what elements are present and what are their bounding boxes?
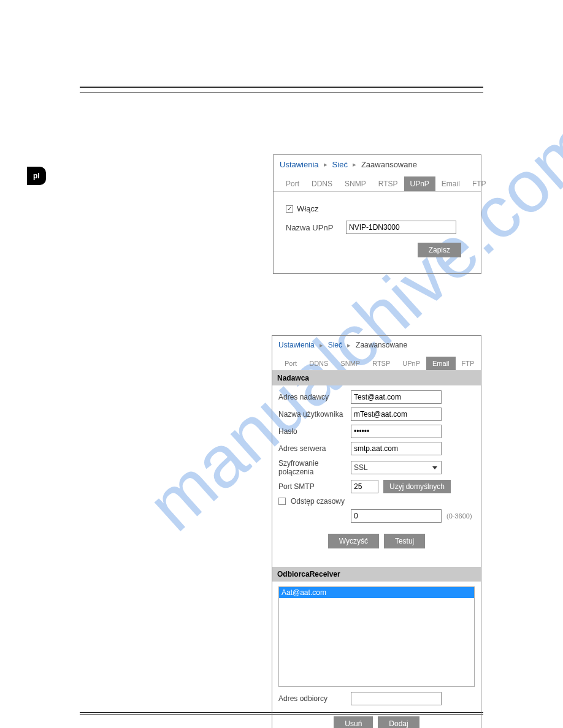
tab-snmp[interactable]: SNMP bbox=[339, 176, 372, 191]
clear-button[interactable]: Wyczyść bbox=[328, 534, 379, 548]
password-label: Hasło bbox=[278, 427, 351, 436]
save-row: Zapisz bbox=[282, 237, 472, 264]
sender-form: Adres nadawcy Nazwa użytkownika Hasło Ad… bbox=[272, 385, 481, 528]
sender-addr-input[interactable] bbox=[351, 390, 442, 404]
encryption-select[interactable]: SSL bbox=[351, 461, 442, 474]
tab-email[interactable]: Email bbox=[435, 176, 466, 191]
tab-ddns[interactable]: DDNS bbox=[305, 176, 339, 191]
tab-upnp[interactable]: UPnP bbox=[404, 176, 435, 191]
list-item[interactable]: Aat@aat.com bbox=[279, 587, 474, 598]
upnp-body: ✓ Włącz Nazwa UPnP Zapisz bbox=[274, 192, 481, 273]
user-label: Nazwa użytkownika bbox=[278, 410, 351, 419]
user-input[interactable] bbox=[351, 408, 442, 421]
tab-rtsp[interactable]: RTSP bbox=[372, 176, 404, 191]
breadcrumb: Ustawienia ▸ Sieć ▸ Zaawansowane bbox=[272, 336, 481, 354]
recipient-label: Adres odbiorcy bbox=[278, 694, 351, 703]
clear-test-row: Wyczyść Testuj bbox=[272, 528, 481, 555]
enable-label: Włącz bbox=[297, 204, 318, 213]
chevron-right-icon: ▸ bbox=[324, 161, 327, 169]
server-label: Adres serwera bbox=[278, 444, 351, 453]
recipient-form: Adres odbiorcy bbox=[272, 691, 481, 710]
save-button[interactable]: Zapisz bbox=[418, 243, 461, 257]
tab-ftp[interactable]: FTP bbox=[456, 357, 481, 370]
top-rule bbox=[80, 86, 483, 88]
receiver-listbox[interactable]: Aat@aat.com bbox=[278, 586, 475, 687]
receiver-section-header: OdbiorcaReceiver bbox=[272, 567, 481, 582]
tabs: Port DDNS SNMP RTSP UPnP Email FTP bbox=[274, 174, 481, 192]
enable-checkbox[interactable]: ✓ bbox=[286, 205, 293, 213]
add-button[interactable]: Dodaj bbox=[378, 716, 419, 728]
email-panel: Ustawienia ▸ Sieć ▸ Zaawansowane Port DD… bbox=[272, 335, 481, 728]
smtp-port-label: Port SMTP bbox=[278, 482, 351, 491]
breadcrumb-item[interactable]: Sieć bbox=[328, 341, 342, 349]
chevron-right-icon: ▸ bbox=[320, 341, 323, 349]
page-content: Ustawienia ▸ Sieć ▸ Zaawansowane Port DD… bbox=[0, 0, 563, 728]
encryption-label: Szyfrowanie połączenia bbox=[278, 459, 351, 476]
smtp-port-input[interactable] bbox=[351, 480, 378, 493]
upnp-name-input[interactable] bbox=[346, 221, 456, 234]
breadcrumb-item[interactable]: Sieć bbox=[332, 160, 348, 169]
tab-port[interactable]: Port bbox=[278, 357, 303, 370]
tab-rtsp[interactable]: RTSP bbox=[366, 357, 396, 370]
top-rule-2 bbox=[80, 93, 483, 93]
use-default-button[interactable]: Uzyj domyślnych bbox=[383, 480, 451, 493]
sender-addr-label: Adres nadawcy bbox=[278, 393, 351, 401]
tab-ftp[interactable]: FTP bbox=[466, 176, 492, 191]
sender-section-header: Nadawca bbox=[272, 371, 481, 385]
recipient-input[interactable] bbox=[351, 692, 442, 705]
interval-hint: (0-3600) bbox=[446, 512, 472, 520]
tab-snmp[interactable]: SNMP bbox=[334, 357, 366, 370]
upnp-name-row: Nazwa UPnP bbox=[286, 221, 469, 234]
chevron-right-icon: ▸ bbox=[347, 341, 351, 349]
tab-ddns[interactable]: DDNS bbox=[303, 357, 334, 370]
tab-email[interactable]: Email bbox=[426, 357, 456, 370]
breadcrumb-item[interactable]: Ustawienia bbox=[278, 341, 315, 349]
chevron-right-icon: ▸ bbox=[353, 161, 356, 169]
breadcrumb: Ustawienia ▸ Sieć ▸ Zaawansowane bbox=[274, 155, 481, 174]
breadcrumb-item: Zaawansowane bbox=[361, 160, 417, 169]
enable-row: ✓ Włącz bbox=[286, 204, 472, 213]
upnp-name-label: Nazwa UPnP bbox=[286, 223, 340, 232]
interval-input[interactable] bbox=[351, 509, 442, 523]
interval-checkbox[interactable] bbox=[278, 498, 286, 505]
delete-button[interactable]: Usuń bbox=[334, 716, 373, 728]
breadcrumb-item: Zaawansowane bbox=[356, 341, 407, 349]
tab-upnp[interactable]: UPnP bbox=[396, 357, 426, 370]
breadcrumb-item[interactable]: Ustawienia bbox=[280, 160, 319, 169]
upnp-panel: Ustawienia ▸ Sieć ▸ Zaawansowane Port DD… bbox=[273, 154, 481, 274]
interval-label: Odstęp czasowy bbox=[291, 497, 345, 506]
tab-port[interactable]: Port bbox=[280, 176, 305, 191]
server-input[interactable] bbox=[351, 442, 442, 455]
test-button[interactable]: Testuj bbox=[384, 534, 425, 548]
password-input[interactable] bbox=[351, 425, 442, 438]
delete-add-row: Usuń Dodaj bbox=[272, 710, 481, 728]
tabs: Port DDNS SNMP RTSP UPnP Email FTP bbox=[272, 354, 481, 371]
